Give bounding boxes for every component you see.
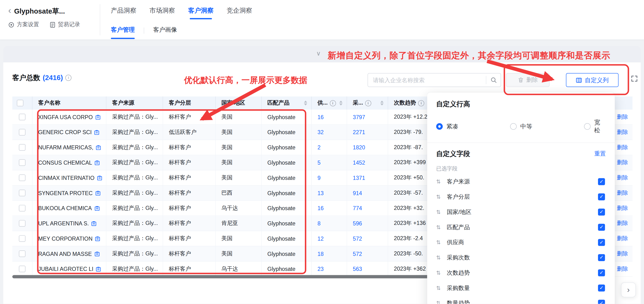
field-checkbox[interactable]: ✓ xyxy=(598,178,605,185)
reset-link[interactable]: 重置 xyxy=(594,150,606,158)
company-detail-icon[interactable] xyxy=(95,114,100,120)
drag-handle-icon[interactable]: ⇅ xyxy=(436,254,443,261)
row-delete-link[interactable]: 删除 xyxy=(612,246,632,261)
purchases-count-link[interactable]: 3797 xyxy=(346,110,388,124)
company-detail-icon[interactable] xyxy=(96,266,101,272)
row-delete-link[interactable]: 删除 xyxy=(612,216,632,230)
row-checkbox[interactable] xyxy=(19,190,26,196)
drag-handle-icon[interactable]: ⇅ xyxy=(436,224,443,230)
drag-handle-icon[interactable]: ⇅ xyxy=(436,240,443,246)
company-detail-icon[interactable] xyxy=(96,144,101,150)
company-detail-icon[interactable] xyxy=(95,236,100,241)
tab-customer-management[interactable]: 客户管理 xyxy=(111,26,135,39)
row-checkbox[interactable] xyxy=(19,114,26,120)
search-input[interactable] xyxy=(368,73,501,87)
company-detail-icon[interactable] xyxy=(97,175,102,180)
tab-product-insight[interactable]: 产品洞察 xyxy=(111,7,136,19)
row-checkbox[interactable] xyxy=(19,220,26,227)
sort-icon[interactable] xyxy=(339,100,342,106)
row-delete-link[interactable]: 删除 xyxy=(612,110,632,124)
drag-handle-icon[interactable]: ⇅ xyxy=(436,270,443,276)
row-checkbox[interactable] xyxy=(19,250,26,257)
info-icon[interactable]: i xyxy=(365,100,371,106)
company-detail-icon[interactable] xyxy=(94,205,100,210)
sort-icon[interactable] xyxy=(304,100,307,106)
drag-handle-icon[interactable]: ⇅ xyxy=(436,194,443,200)
purchases-count-link[interactable]: 572 xyxy=(346,231,388,246)
drag-handle-icon[interactable]: ⇅ xyxy=(436,179,443,185)
purchases-count-link[interactable]: 572 xyxy=(346,246,388,261)
custom-columns-button[interactable]: 自定义列 xyxy=(566,73,619,87)
tab-customer-profile[interactable]: 客户画像 xyxy=(153,26,177,39)
purchases-count-link[interactable]: 1452 xyxy=(346,155,388,170)
suppliers-count-link[interactable]: 32 xyxy=(311,125,346,140)
row-delete-link[interactable]: 删除 xyxy=(612,155,632,170)
info-icon[interactable]: i xyxy=(330,100,336,106)
purchases-count-link[interactable]: 1820 xyxy=(346,140,388,155)
back-icon[interactable]: ‹ xyxy=(8,7,11,15)
sort-icon[interactable] xyxy=(380,100,384,106)
fullscreen-icon[interactable] xyxy=(631,75,638,84)
row-delete-link[interactable]: 删除 xyxy=(612,231,632,246)
suppliers-count-link[interactable]: 16 xyxy=(311,110,346,124)
row-delete-link[interactable]: 删除 xyxy=(612,186,632,200)
horizontal-scrollbar-thumb[interactable] xyxy=(12,275,447,278)
company-detail-icon[interactable] xyxy=(94,160,100,165)
company-detail-icon[interactable] xyxy=(91,220,96,226)
chevron-down-icon[interactable]: ∨ xyxy=(316,50,321,57)
drag-handle-icon[interactable]: ⇅ xyxy=(436,209,443,215)
suppliers-count-link[interactable]: 2 xyxy=(311,140,346,155)
field-checkbox[interactable]: ✓ xyxy=(598,224,605,230)
company-detail-icon[interactable] xyxy=(94,130,100,135)
next-page-button[interactable]: › xyxy=(621,282,636,297)
row-delete-link[interactable]: 删除 xyxy=(612,170,632,185)
suppliers-count-link[interactable]: 18 xyxy=(311,246,346,261)
row-checkbox[interactable] xyxy=(19,174,26,181)
delete-button[interactable]: 删除 xyxy=(506,73,550,87)
field-checkbox[interactable]: ✓ xyxy=(598,269,605,276)
purchases-count-link[interactable]: 2271 xyxy=(346,125,388,140)
field-checkbox[interactable]: ✓ xyxy=(598,254,605,261)
suppliers-count-link[interactable]: 8 xyxy=(311,216,346,230)
suppliers-count-link[interactable]: 13 xyxy=(311,186,346,200)
tab-customer-insight[interactable]: 客户洞察 xyxy=(188,7,214,19)
info-icon[interactable]: i xyxy=(65,75,72,81)
suppliers-count-link[interactable]: 23 xyxy=(311,262,346,276)
suppliers-count-link[interactable]: 5 xyxy=(311,155,346,170)
drag-handle-icon[interactable]: ⇅ xyxy=(436,300,443,304)
info-icon[interactable]: i xyxy=(418,100,424,106)
row-delete-link[interactable]: 删除 xyxy=(612,201,632,216)
row-height-option[interactable]: 中等 xyxy=(510,122,584,130)
row-checkbox[interactable] xyxy=(19,235,26,242)
suppliers-count-link[interactable]: 9 xyxy=(311,170,346,185)
row-delete-link[interactable]: 删除 xyxy=(612,125,632,140)
tab-market-insight[interactable]: 市场洞察 xyxy=(150,7,175,19)
company-detail-icon[interactable] xyxy=(94,251,100,256)
row-delete-link[interactable]: 删除 xyxy=(612,262,632,276)
field-checkbox[interactable]: ✓ xyxy=(598,284,605,291)
purchases-count-link[interactable]: 596 xyxy=(346,216,388,230)
company-detail-icon[interactable] xyxy=(95,190,100,196)
row-checkbox[interactable] xyxy=(19,205,26,212)
nav-plan-settings[interactable]: 方案设置 xyxy=(8,21,39,28)
row-height-option[interactable]: 紧凑 xyxy=(436,122,510,130)
tab-competitor-insight[interactable]: 竞企洞察 xyxy=(227,7,252,19)
purchases-count-link[interactable]: 1371 xyxy=(346,170,388,185)
suppliers-count-link[interactable]: 12 xyxy=(311,231,346,246)
row-checkbox[interactable] xyxy=(19,160,26,166)
field-checkbox[interactable]: ✓ xyxy=(598,300,605,304)
row-delete-link[interactable]: 删除 xyxy=(612,140,632,155)
field-checkbox[interactable]: ✓ xyxy=(598,239,605,246)
purchases-count-link[interactable]: 914 xyxy=(346,186,388,200)
row-checkbox[interactable] xyxy=(19,129,26,136)
drag-handle-icon[interactable]: ⇅ xyxy=(436,285,443,291)
suppliers-count-link[interactable]: 16 xyxy=(311,201,346,216)
field-checkbox[interactable]: ✓ xyxy=(598,208,605,215)
select-all-checkbox[interactable] xyxy=(17,100,24,106)
purchases-count-link[interactable]: 774 xyxy=(346,201,388,216)
nav-trade-records[interactable]: 贸易记录 xyxy=(50,21,80,28)
row-height-option[interactable]: 宽松 xyxy=(584,119,606,134)
row-checkbox[interactable] xyxy=(19,266,26,272)
purchases-count-link[interactable]: 563 xyxy=(346,262,388,276)
search-icon[interactable] xyxy=(490,77,497,85)
